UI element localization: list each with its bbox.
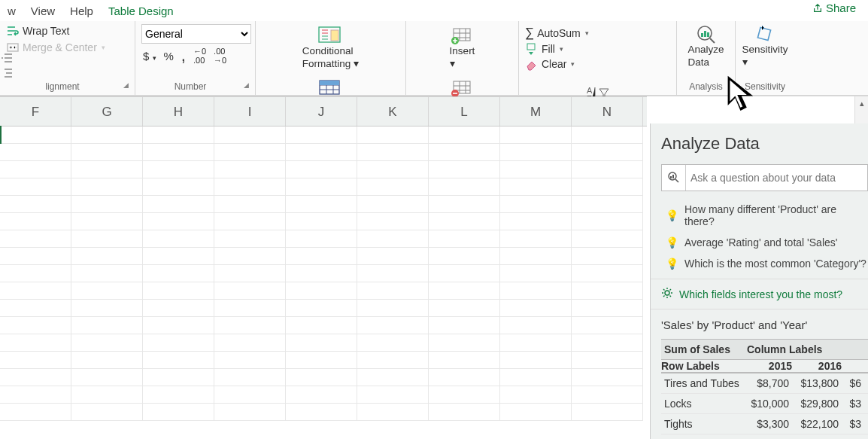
cell[interactable] — [0, 230, 71, 248]
column-header[interactable]: G — [71, 97, 143, 126]
indent-decrease-icon[interactable] — [2, 51, 15, 65]
cell[interactable] — [286, 334, 357, 352]
column-header[interactable]: J — [286, 97, 357, 126]
cell[interactable] — [71, 369, 143, 386]
cell[interactable] — [286, 178, 357, 196]
suggestion-item[interactable]: 💡Average 'Rating' and total 'Sales' — [651, 232, 868, 253]
cell[interactable] — [214, 265, 286, 282]
cell[interactable] — [286, 282, 357, 300]
cell[interactable] — [357, 300, 429, 317]
cell[interactable] — [500, 265, 572, 282]
cell[interactable] — [500, 196, 572, 213]
cell[interactable] — [0, 369, 71, 386]
cell[interactable] — [572, 334, 643, 352]
cell[interactable] — [143, 144, 214, 161]
cell[interactable] — [357, 248, 429, 265]
cell[interactable] — [143, 282, 214, 300]
fill-button[interactable]: Fill▾ — [525, 42, 670, 56]
cell[interactable] — [357, 369, 429, 386]
cell[interactable] — [286, 404, 357, 421]
cell[interactable] — [143, 213, 214, 230]
cell[interactable] — [572, 161, 643, 178]
cell[interactable] — [357, 352, 429, 369]
cell[interactable] — [214, 248, 286, 265]
cell[interactable] — [71, 161, 143, 178]
cell[interactable] — [143, 386, 214, 404]
cell[interactable] — [286, 248, 357, 265]
cell[interactable] — [214, 369, 286, 386]
cell[interactable] — [0, 334, 71, 352]
cell[interactable] — [500, 230, 572, 248]
merge-center-button[interactable]: Merge & Center ▾ — [6, 41, 129, 54]
cell[interactable] — [0, 144, 71, 161]
cell[interactable] — [71, 386, 143, 404]
column-headers[interactable]: FGHIJKLMN — [0, 96, 647, 127]
percent-button[interactable]: % — [162, 50, 175, 62]
cell[interactable] — [71, 230, 143, 248]
cell[interactable] — [0, 127, 71, 144]
cell[interactable] — [500, 213, 572, 230]
cell[interactable] — [143, 300, 214, 317]
cell[interactable] — [357, 196, 429, 213]
cell[interactable] — [500, 369, 572, 386]
cell[interactable] — [214, 178, 286, 196]
cell[interactable] — [71, 404, 143, 421]
cell[interactable] — [429, 127, 500, 144]
sensitivity-button[interactable]: Sensitivity▾ — [742, 24, 788, 69]
cell[interactable] — [286, 369, 357, 386]
cell[interactable] — [357, 334, 429, 352]
cell[interactable] — [214, 196, 286, 213]
menu-item-view[interactable]: View — [31, 5, 55, 17]
cell[interactable] — [357, 386, 429, 404]
cell[interactable] — [286, 300, 357, 317]
cell[interactable] — [429, 404, 500, 421]
scroll-up-icon[interactable]: ▴ — [855, 96, 868, 110]
cell[interactable] — [214, 404, 286, 421]
cell[interactable] — [429, 144, 500, 161]
cell[interactable] — [214, 282, 286, 300]
analyze-data-button[interactable]: AnalyzeData — [687, 24, 724, 69]
cell[interactable] — [429, 161, 500, 178]
cell[interactable] — [429, 352, 500, 369]
cell[interactable] — [572, 265, 643, 282]
cell[interactable] — [214, 317, 286, 334]
cell[interactable] — [357, 127, 429, 144]
column-header[interactable]: N — [572, 97, 643, 126]
cell[interactable] — [214, 334, 286, 352]
cell[interactable] — [0, 161, 71, 178]
cell[interactable] — [429, 317, 500, 334]
cell[interactable] — [429, 213, 500, 230]
cell[interactable] — [143, 404, 214, 421]
cell[interactable] — [572, 369, 643, 386]
column-header[interactable]: H — [143, 97, 214, 126]
cell[interactable] — [357, 144, 429, 161]
cell[interactable] — [143, 230, 214, 248]
cell[interactable] — [572, 282, 643, 300]
cell[interactable] — [71, 248, 143, 265]
cell[interactable] — [0, 317, 71, 334]
suggestion-item[interactable]: 💡Which is the most common 'Category'? — [651, 253, 868, 274]
cell[interactable] — [143, 334, 214, 352]
cell[interactable] — [71, 265, 143, 282]
cell[interactable] — [572, 178, 643, 196]
cell[interactable] — [357, 282, 429, 300]
cell[interactable] — [286, 196, 357, 213]
cell[interactable] — [286, 213, 357, 230]
cell[interactable] — [0, 213, 71, 230]
cell[interactable] — [357, 213, 429, 230]
cell[interactable] — [71, 196, 143, 213]
cell[interactable] — [143, 352, 214, 369]
suggestion-item[interactable]: 💡How many different 'Product' are there? — [651, 199, 868, 232]
cell[interactable] — [429, 178, 500, 196]
cell[interactable] — [0, 404, 71, 421]
spreadsheet-grid[interactable]: FGHIJKLMN — [0, 96, 647, 439]
cell[interactable] — [0, 300, 71, 317]
which-fields-link[interactable]: Which fields interest you the most? — [651, 279, 868, 309]
cell[interactable] — [572, 317, 643, 334]
cell[interactable] — [0, 178, 71, 196]
cell[interactable] — [0, 282, 71, 300]
cell[interactable] — [357, 178, 429, 196]
share-button[interactable]: Share — [812, 2, 856, 14]
decrease-decimal-button[interactable]: ←0.00 — [192, 47, 208, 65]
cell[interactable] — [500, 300, 572, 317]
